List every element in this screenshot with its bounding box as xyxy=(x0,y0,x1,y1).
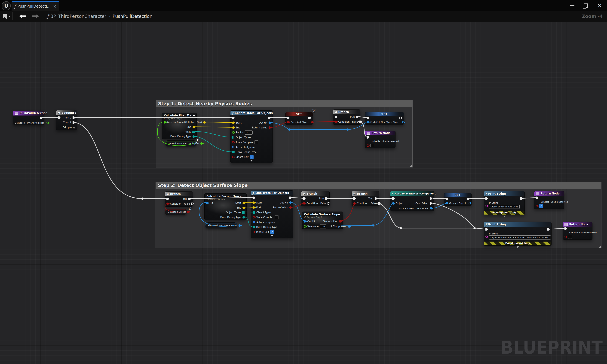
exec-out-true-pin[interactable] xyxy=(325,197,328,200)
node-get-detection-forward-multiplier[interactable]: Detection Forward Multiplier xyxy=(165,141,197,146)
exec-out-pin[interactable] xyxy=(399,117,402,119)
string-in-pin[interactable] xyxy=(486,205,488,207)
exec-out-true-pin[interactable] xyxy=(356,116,359,118)
object-in-pin[interactable] xyxy=(446,202,448,204)
comment-step2-title[interactable]: Step 2: Detect Object Surface Slope xyxy=(156,182,601,189)
bool-in-pin[interactable] xyxy=(166,203,169,205)
graph-canvas[interactable]: Step 1: Detect Nearby Physics Bodies Ste… xyxy=(0,22,607,364)
return-value-checkbox[interactable] xyxy=(370,143,374,147)
window-close-button[interactable]: × xyxy=(597,2,602,9)
tab-close-icon[interactable]: × xyxy=(53,4,56,9)
object-in-pin[interactable] xyxy=(392,202,394,205)
comment-resize-handle[interactable] xyxy=(409,165,412,167)
node-sequence[interactable]: ⇉Sequence Then 0 Then 1 Add pin⊕ xyxy=(56,110,77,130)
asset-tab[interactable]: ƒ PushPullDetecti... × xyxy=(12,1,59,11)
enum-out-pin[interactable] xyxy=(193,135,195,138)
exec-in-pin[interactable] xyxy=(253,196,255,199)
exec-out-pin[interactable] xyxy=(430,197,432,200)
struct-out-pin[interactable] xyxy=(269,121,271,124)
exec-out-pin[interactable] xyxy=(73,121,75,124)
window-minimize-button[interactable] xyxy=(570,5,574,6)
exec-out-pin[interactable] xyxy=(268,117,271,119)
node-cast-to-staticmeshcomponent[interactable]: »Cast To StaticMeshComponent ObjectCast … xyxy=(390,191,434,211)
exec-in-pin[interactable] xyxy=(392,197,395,200)
radius-value-field[interactable]: 30.0 xyxy=(245,130,253,135)
node-function-entry[interactable]: PushPullDetection Detection Forward Mult… xyxy=(13,111,44,125)
struct-out-pin[interactable] xyxy=(289,201,292,204)
bool-in-pin[interactable] xyxy=(536,205,538,207)
exec-out-cast-failed-pin[interactable] xyxy=(430,202,432,205)
return-value-checkbox[interactable]: ✓ xyxy=(539,204,543,208)
exec-out-pin[interactable] xyxy=(308,117,311,119)
node-set-gripped-object[interactable]: SET Gripped Object xyxy=(444,193,472,206)
bool-out-pin[interactable] xyxy=(339,220,341,223)
comment-step1-title[interactable]: Step 1: Detect Nearby Physics Bodies xyxy=(156,100,412,107)
add-pin-icon[interactable]: ⊕ xyxy=(73,126,75,129)
array-out-pin[interactable] xyxy=(242,211,245,214)
in-string-value-field[interactable]: Object Surface Slope is Bad or Hit Compo… xyxy=(489,235,551,239)
ignore-self-checkbox[interactable]: ✓ xyxy=(270,230,274,234)
node-set-first-trace-struct[interactable]: SET Push Pull First Trace Struct xyxy=(365,112,404,125)
exec-in-pin[interactable] xyxy=(58,117,61,119)
node-calculate-surface-slope[interactable]: Calculate Surface Slope Collapsed Graph … xyxy=(302,211,343,229)
exec-out-pin[interactable] xyxy=(289,196,292,199)
bool-in-pin[interactable] xyxy=(287,121,290,123)
exec-in-pin[interactable] xyxy=(486,228,488,231)
exec-in-pin[interactable] xyxy=(287,117,290,119)
add-pin-label[interactable]: Add pin xyxy=(63,126,72,129)
struct-in-pin[interactable] xyxy=(367,121,369,123)
vector-in-pin[interactable] xyxy=(253,206,255,209)
bool-in-pin[interactable] xyxy=(353,202,356,205)
comment-resize-handle[interactable] xyxy=(598,245,601,248)
exec-in-pin[interactable] xyxy=(353,197,356,200)
node-calculate-first-trace[interactable]: Calculate First Trace Collapsed Graph De… xyxy=(162,113,197,139)
exec-in-pin[interactable] xyxy=(486,197,488,200)
bool-out-pin[interactable] xyxy=(289,206,292,209)
bool-in-pin[interactable] xyxy=(253,231,255,233)
enum-in-pin[interactable] xyxy=(232,151,234,153)
enum-in-pin[interactable] xyxy=(253,226,255,228)
breadcrumb-asset[interactable]: BP_ThirdPersonCharacter xyxy=(51,14,106,19)
node-calculate-second-trace[interactable]: Calculate Second Trace Collapsed Graph H… xyxy=(204,193,247,220)
exec-out-true-pin[interactable] xyxy=(188,198,191,200)
array-in-pin[interactable] xyxy=(253,211,255,214)
node-print-string-bad[interactable]: ƒPrint String In String Object Surface S… xyxy=(484,222,552,246)
in-string-value-field[interactable]: Object Surface Slope Good xyxy=(489,205,520,209)
node-branch-step2-detected[interactable]: ⇄Branch True ConditionFalse xyxy=(165,192,193,207)
node-branch-step2-hit[interactable]: ⇄Branch True ConditionFalse xyxy=(301,191,330,206)
ignore-self-checkbox[interactable]: ✓ xyxy=(250,155,253,159)
bool-in-pin[interactable] xyxy=(232,141,234,143)
array-in-pin[interactable] xyxy=(232,136,235,139)
bool-out-pin[interactable] xyxy=(187,211,189,213)
node-set-detected-object[interactable]: SET Detected Object xyxy=(285,112,313,125)
vector-in-pin[interactable] xyxy=(253,201,255,204)
expand-node-chevron-icon[interactable] xyxy=(271,235,273,236)
float-out-pin[interactable] xyxy=(46,122,49,124)
exec-in-pin[interactable] xyxy=(232,117,235,119)
exec-out-pin[interactable] xyxy=(520,197,523,200)
bookmark-icon[interactable] xyxy=(3,14,7,19)
float-in-pin[interactable] xyxy=(304,225,306,228)
enum-out-pin[interactable] xyxy=(242,216,245,219)
bool-out-pin[interactable] xyxy=(269,126,271,129)
bool-in-pin[interactable] xyxy=(232,156,234,158)
float-in-pin[interactable] xyxy=(164,121,166,124)
exec-out-true-pin[interactable] xyxy=(375,197,377,200)
float-in-pin[interactable] xyxy=(232,131,234,134)
vector-out-pin[interactable] xyxy=(203,121,206,124)
exec-out-pin[interactable] xyxy=(467,198,470,200)
window-restore-button[interactable] xyxy=(584,3,588,8)
nav-back-button[interactable] xyxy=(19,14,26,18)
tolerance-value-field[interactable]: 1.0 xyxy=(320,224,326,228)
bookmark-dropdown-chevron-icon[interactable] xyxy=(8,16,11,17)
float-out-pin[interactable] xyxy=(200,142,203,145)
unreal-engine-logo-icon[interactable]: U xyxy=(1,1,11,11)
bool-in-pin[interactable] xyxy=(303,202,305,205)
node-line-trace-for-objects[interactable]: ƒLine Trace For Objects StartOut Hit End… xyxy=(251,190,293,238)
node-return-slope-good[interactable]: Return Node Pushable Pullable Detected ✓ xyxy=(534,191,564,209)
vector-in-pin[interactable] xyxy=(232,121,234,124)
node-get-first-trace-struct[interactable]: Push Pull First Trace Struct xyxy=(205,222,238,228)
exec-in-pin[interactable] xyxy=(367,136,369,139)
bool-in-pin[interactable] xyxy=(253,216,255,219)
trace-complex-checkbox[interactable] xyxy=(254,141,258,144)
